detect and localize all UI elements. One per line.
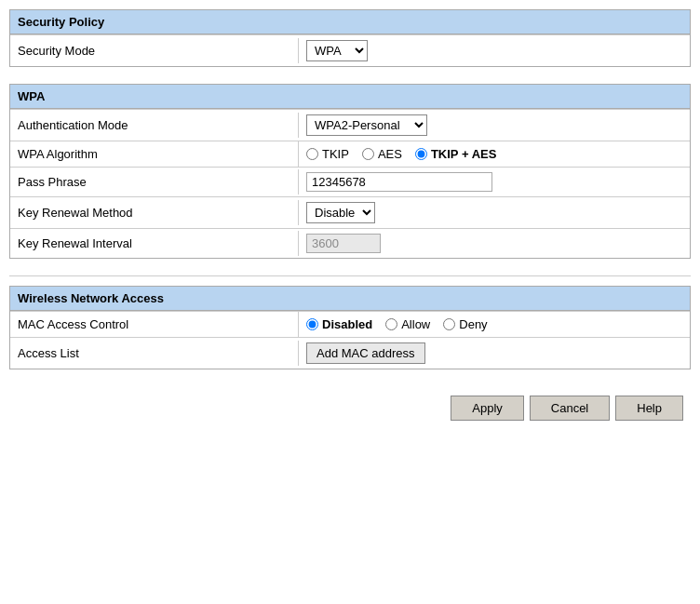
algorithm-tkip-label: TKIP bbox=[322, 147, 349, 161]
wpa-section: WPA Authentication Mode WPA2-Personal WP… bbox=[9, 84, 691, 259]
algorithm-tkip-item: TKIP bbox=[306, 147, 349, 161]
section-divider bbox=[9, 275, 691, 276]
key-renewal-method-value: Disable Time Packet bbox=[299, 197, 690, 228]
pass-phrase-input[interactable] bbox=[306, 172, 492, 192]
mac-disabled-radio[interactable] bbox=[306, 318, 318, 330]
pass-phrase-label: Pass Phrase bbox=[10, 169, 299, 195]
key-renewal-interval-input bbox=[306, 234, 381, 253]
mac-access-control-label: MAC Access Control bbox=[10, 312, 299, 337]
wpa-algorithm-row: WPA Algorithm TKIP AES TKIP + AES bbox=[10, 141, 690, 167]
mac-disabled-item: Disabled bbox=[306, 317, 372, 331]
access-list-row: Access List Add MAC address bbox=[10, 337, 690, 369]
algorithm-aes-label: AES bbox=[378, 147, 402, 161]
auth-mode-label: Authentication Mode bbox=[10, 113, 299, 138]
algorithm-aes-radio[interactable] bbox=[362, 148, 374, 160]
help-button[interactable]: Help bbox=[615, 396, 683, 421]
mac-deny-radio[interactable] bbox=[443, 318, 455, 330]
security-mode-row: Security Mode WPA WPA2 WEP None bbox=[10, 34, 690, 66]
mac-disabled-label: Disabled bbox=[322, 317, 372, 331]
mac-access-radio-group: Disabled Allow Deny bbox=[306, 317, 488, 331]
security-mode-select[interactable]: WPA WPA2 WEP None bbox=[306, 40, 368, 61]
pass-phrase-row: Pass Phrase bbox=[10, 167, 690, 196]
wpa-header: WPA bbox=[10, 85, 690, 109]
key-renewal-interval-label: Key Renewal Interval bbox=[10, 231, 299, 256]
mac-access-control-row: MAC Access Control Disabled Allow Deny bbox=[10, 311, 690, 337]
mac-allow-item: Allow bbox=[385, 317, 430, 331]
security-mode-value: WPA WPA2 WEP None bbox=[299, 35, 690, 66]
auth-mode-row: Authentication Mode WPA2-Personal WPA-Pe… bbox=[10, 109, 690, 141]
key-renewal-method-row: Key Renewal Method Disable Time Packet bbox=[10, 196, 690, 228]
mac-access-control-value: Disabled Allow Deny bbox=[299, 313, 690, 336]
wireless-network-access-section: Wireless Network Access MAC Access Contr… bbox=[9, 286, 691, 369]
key-renewal-method-select[interactable]: Disable Time Packet bbox=[306, 202, 375, 223]
mac-deny-item: Deny bbox=[443, 317, 487, 331]
algorithm-tkip-aes-label: TKIP + AES bbox=[431, 147, 496, 161]
wpa-algorithm-radio-group: TKIP AES TKIP + AES bbox=[306, 147, 496, 161]
key-renewal-interval-row: Key Renewal Interval bbox=[10, 228, 690, 258]
security-mode-label: Security Mode bbox=[10, 38, 299, 63]
cancel-button[interactable]: Cancel bbox=[530, 396, 610, 421]
access-list-value: Add MAC address bbox=[299, 338, 690, 369]
key-renewal-interval-value bbox=[299, 229, 690, 258]
security-policy-header: Security Policy bbox=[10, 10, 690, 34]
pass-phrase-value bbox=[299, 168, 690, 196]
security-policy-section: Security Policy Security Mode WPA WPA2 W… bbox=[9, 9, 691, 67]
wpa-algorithm-value: TKIP AES TKIP + AES bbox=[299, 142, 690, 166]
auth-mode-value: WPA2-Personal WPA-Personal WPA2-Enterpri… bbox=[299, 110, 690, 141]
access-list-label: Access List bbox=[10, 341, 299, 366]
mac-allow-radio[interactable] bbox=[385, 318, 397, 330]
apply-button[interactable]: Apply bbox=[451, 396, 524, 421]
add-mac-address-button[interactable]: Add MAC address bbox=[306, 342, 425, 364]
algorithm-tkip-aes-item: TKIP + AES bbox=[415, 147, 496, 161]
action-button-row: Apply Cancel Help bbox=[9, 386, 691, 430]
wireless-network-access-header: Wireless Network Access bbox=[10, 287, 690, 311]
mac-allow-label: Allow bbox=[401, 317, 430, 331]
key-renewal-method-label: Key Renewal Method bbox=[10, 200, 299, 225]
algorithm-aes-item: AES bbox=[362, 147, 402, 161]
algorithm-tkip-aes-radio[interactable] bbox=[415, 148, 427, 160]
auth-mode-select[interactable]: WPA2-Personal WPA-Personal WPA2-Enterpri… bbox=[306, 114, 427, 136]
algorithm-tkip-radio[interactable] bbox=[306, 148, 318, 160]
wpa-algorithm-label: WPA Algorithm bbox=[10, 141, 299, 167]
mac-deny-label: Deny bbox=[459, 317, 487, 331]
